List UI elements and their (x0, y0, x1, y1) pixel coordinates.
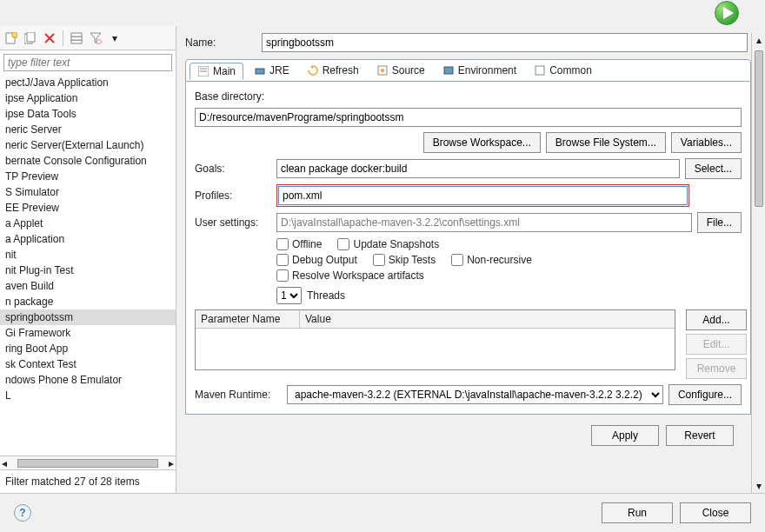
goals-input[interactable] (276, 159, 680, 178)
tree-item[interactable]: ndows Phone 8 Emulator (0, 372, 176, 388)
svg-point-11 (97, 39, 102, 43)
skip-tests-checkbox[interactable]: Skip Tests (373, 254, 436, 266)
svg-rect-7 (71, 40, 82, 43)
tab-bar: Main JRE Refresh Source Environment Comm… (185, 59, 751, 82)
tree-item-selected[interactable]: springbootssm (0, 309, 176, 325)
jre-tab-icon (254, 64, 266, 76)
tree-item[interactable]: bernate Console Configuration (0, 153, 176, 169)
collapse-all-icon[interactable] (69, 30, 84, 46)
toolbar-menu-icon[interactable]: ▾ (107, 30, 123, 46)
run-button[interactable]: Run (602, 502, 673, 523)
browse-filesystem-button[interactable]: Browse File System... (546, 132, 666, 153)
svg-marker-16 (310, 65, 313, 69)
help-icon[interactable]: ? (14, 504, 31, 522)
base-dir-input[interactable] (195, 108, 742, 127)
tree-item[interactable]: pectJ/Java Application (0, 75, 176, 90)
tab-main[interactable]: Main (190, 63, 243, 80)
config-tree[interactable]: pectJ/Java Application ipse Application … (0, 75, 176, 456)
tree-item[interactable]: aven Build (0, 278, 176, 294)
non-recursive-checkbox[interactable]: Non-recursive (451, 254, 532, 266)
runtime-configure-button[interactable]: Configure... (669, 384, 742, 405)
tree-item[interactable]: ipse Application (0, 90, 176, 106)
tree-item[interactable]: ipse Data Tools (0, 106, 176, 122)
apply-button[interactable]: Apply (591, 425, 659, 446)
close-button[interactable]: Close (680, 502, 751, 523)
browse-workspace-button[interactable]: Browse Workspace... (423, 132, 541, 153)
tree-item[interactable]: nit Plug-in Test (0, 263, 176, 278)
tab-label: Main (213, 65, 236, 77)
source-tab-icon (376, 64, 389, 76)
runtime-select[interactable]: apache-maven-3.2.2 (EXTERNAL D:\javaInst… (287, 385, 663, 404)
resolve-workspace-checkbox[interactable]: Resolve Workspace artifacts (276, 269, 424, 282)
svg-point-18 (381, 69, 384, 72)
tree-item[interactable]: sk Context Test (0, 356, 176, 372)
variables-button[interactable]: Variables... (671, 132, 742, 153)
filter-config-icon[interactable] (88, 30, 103, 46)
tree-item[interactable]: a Applet (0, 216, 176, 231)
main-tab-icon (197, 65, 210, 77)
tree-item[interactable]: nit (0, 247, 176, 263)
name-input[interactable] (262, 33, 748, 52)
resolve-workspace-label: Resolve Workspace artifacts (292, 269, 424, 282)
right-v-scrollbar[interactable]: ▴ ▾ (751, 33, 765, 493)
svg-rect-2 (12, 32, 17, 37)
parameters-table[interactable]: Parameter Name Value (195, 309, 675, 370)
svg-marker-0 (723, 7, 734, 19)
tree-item[interactable]: ring Boot App (0, 341, 176, 356)
goals-label: Goals: (195, 163, 271, 175)
profiles-input[interactable] (278, 186, 688, 205)
svg-rect-19 (444, 67, 453, 74)
tab-label: Environment (458, 64, 516, 76)
common-tab-icon (534, 64, 546, 76)
main-tab-body: Base directory: Browse Workspace... Brow… (185, 82, 751, 415)
svg-rect-20 (536, 66, 544, 75)
svg-rect-15 (256, 69, 264, 74)
svg-rect-4 (27, 32, 35, 42)
tab-label: Refresh (323, 64, 359, 76)
profiles-label: Profiles: (195, 190, 271, 202)
debug-output-checkbox[interactable]: Debug Output (276, 254, 357, 266)
param-value-header: Value (300, 310, 675, 328)
tree-item[interactable]: S Simulator (0, 184, 176, 200)
environment-tab-icon (442, 64, 455, 76)
tree-item[interactable]: a Application (0, 231, 176, 247)
threads-label: Threads (307, 289, 345, 302)
update-snapshots-checkbox[interactable]: Update Snapshots (337, 238, 439, 250)
user-settings-input[interactable] (276, 213, 692, 232)
run-launch-icon[interactable] (715, 1, 739, 25)
offline-checkbox[interactable]: Offline (276, 238, 322, 250)
duplicate-config-icon[interactable] (23, 30, 38, 46)
refresh-tab-icon (307, 64, 319, 76)
tab-common[interactable]: Common (527, 63, 599, 78)
filter-input[interactable] (3, 54, 172, 71)
tree-item[interactable]: Gi Framework (0, 325, 176, 341)
tab-environment[interactable]: Environment (436, 63, 523, 78)
tab-refresh[interactable]: Refresh (300, 63, 366, 78)
non-recursive-label: Non-recursive (467, 254, 532, 266)
new-config-icon[interactable] (3, 30, 19, 46)
tree-item[interactable]: n package (0, 294, 176, 309)
configurations-panel: ▾ pectJ/Java Application ipse Applicatio… (0, 26, 176, 493)
param-edit-button: Edit... (686, 334, 747, 355)
tree-item[interactable]: EE Preview (0, 200, 176, 216)
tab-source[interactable]: Source (369, 63, 432, 78)
tree-h-scrollbar[interactable]: ◂▸ (0, 456, 176, 469)
param-remove-button: Remove (686, 358, 747, 379)
param-add-button[interactable]: Add... (686, 309, 747, 330)
threads-select[interactable]: 1 (276, 287, 302, 304)
goals-select-button[interactable]: Select... (685, 158, 742, 179)
offline-label: Offline (292, 238, 322, 250)
tree-item[interactable]: neric Server(External Launch) (0, 137, 176, 153)
svg-rect-8 (71, 37, 82, 40)
user-settings-file-button[interactable]: File... (697, 212, 742, 233)
update-snapshots-label: Update Snapshots (353, 238, 439, 250)
tree-item[interactable]: L (0, 388, 176, 403)
delete-config-icon[interactable] (42, 30, 57, 46)
tree-item[interactable]: neric Server (0, 122, 176, 137)
tab-label: JRE (269, 64, 289, 76)
param-name-header: Parameter Name (196, 310, 300, 328)
tab-jre[interactable]: JRE (247, 63, 296, 78)
debug-output-label: Debug Output (292, 254, 357, 266)
revert-button[interactable]: Revert (666, 425, 734, 446)
tree-item[interactable]: TP Preview (0, 169, 176, 184)
